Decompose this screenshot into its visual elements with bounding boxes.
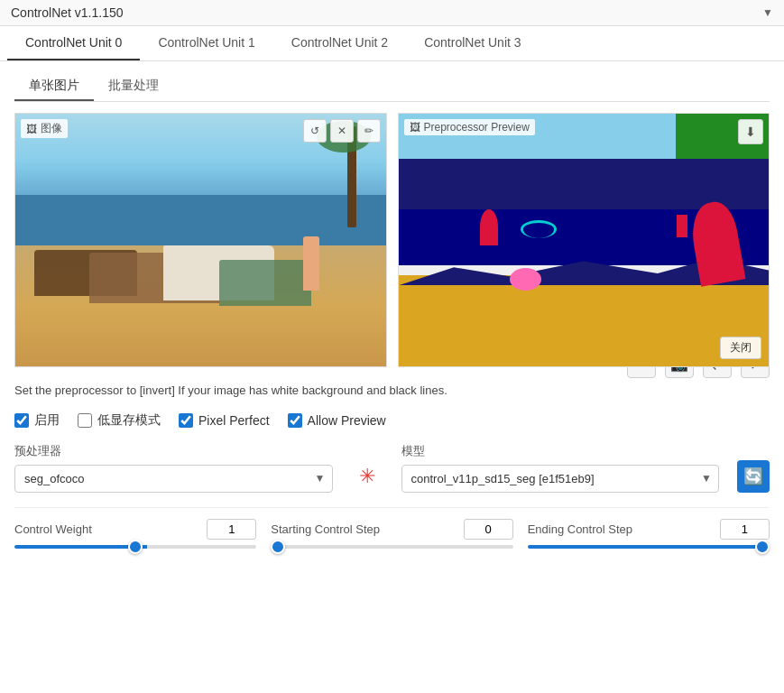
pixel-perfect-label[interactable]: Pixel Perfect [198, 413, 270, 428]
source-image-panel: 🖼 图像 ↺ ✕ ✏ [14, 113, 387, 367]
sliders-row: Control Weight Starting Control Step End… [14, 519, 770, 549]
images-row: 🖼 图像 ↺ ✕ ✏ [14, 113, 770, 367]
low-memory-label[interactable]: 低显存模式 [97, 412, 161, 429]
preprocessor-model-row: 预处理器 seg_ofcoco seg_ofade20k none ▼ ✳ 模型… [14, 443, 770, 493]
starting-step-label: Starting Control Step [271, 522, 380, 536]
preview-image-panel: 🖼 Preprocessor Preview ⬇ [398, 113, 770, 367]
preprocessor-select-wrapper: seg_ofcoco seg_ofade20k none ▼ [14, 465, 333, 493]
seg-teal [521, 220, 557, 238]
seg-figure1 [480, 209, 498, 245]
image-label-icon: 🖼 [26, 123, 37, 135]
control-weight-input[interactable] [207, 519, 256, 540]
sub-tabs: 单张图片 批量处理 [14, 72, 770, 102]
sea-area [15, 195, 386, 245]
pixel-perfect-checkbox[interactable] [179, 413, 193, 428]
close-image-button[interactable]: ✕ [330, 119, 354, 143]
tab-unit2[interactable]: ControlNet Unit 2 [273, 26, 406, 60]
header-bar: ControlNet v1.1.150 ▼ [0, 0, 784, 26]
allow-preview-checkbox-group: Allow Preview [288, 413, 386, 428]
checkboxes-row: 启用 低显存模式 Pixel Perfect Allow Preview [14, 412, 770, 429]
ending-step-slider[interactable] [528, 545, 770, 549]
ending-step-label: Ending Control Step [528, 522, 632, 536]
boat4 [219, 260, 312, 305]
sub-tab-batch[interactable]: 批量处理 [94, 72, 173, 101]
enable-label[interactable]: 启用 [34, 412, 60, 429]
reset-image-button[interactable]: ↺ [303, 119, 327, 143]
collapse-icon[interactable]: ▼ [762, 6, 773, 19]
source-image [15, 114, 386, 366]
starting-step-label-row: Starting Control Step [271, 519, 512, 540]
preprocessor-select[interactable]: seg_ofcoco seg_ofade20k none [14, 465, 333, 493]
header-title: ControlNet v1.1.150 [11, 5, 124, 20]
download-preview-button[interactable]: ⬇ [738, 119, 763, 144]
info-text: Set the preprocessor to [invert] If your… [14, 382, 447, 400]
model-select-wrapper: control_v11p_sd15_seg [e1f51eb9] ▼ [401, 465, 720, 493]
tab-unit3[interactable]: ControlNet Unit 3 [406, 26, 539, 60]
tab-unit1[interactable]: ControlNet Unit 1 [140, 26, 272, 60]
segmentation-preview [399, 114, 770, 366]
allow-preview-label[interactable]: Allow Preview [308, 413, 386, 428]
preview-label: 🖼 Preprocessor Preview [404, 119, 535, 135]
starting-step-slider[interactable] [271, 545, 512, 549]
control-weight-slider[interactable] [14, 545, 256, 549]
image-controls: ↺ ✕ ✏ [303, 119, 381, 143]
enable-checkbox[interactable] [14, 413, 29, 428]
image-label: 🖼 图像 [21, 119, 68, 138]
close-preview-button[interactable]: 关闭 [720, 337, 761, 359]
sub-tab-single[interactable]: 单张图片 [14, 72, 94, 101]
image-label-text: 图像 [41, 121, 62, 136]
enable-checkbox-group: 启用 [14, 412, 60, 429]
person [303, 236, 319, 291]
preview-label-text: Preprocessor Preview [424, 121, 530, 134]
low-memory-checkbox[interactable] [78, 413, 92, 428]
starting-step-input[interactable] [464, 519, 513, 540]
divider [14, 507, 770, 508]
edit-image-button[interactable]: ✏ [357, 119, 381, 143]
control-weight-label: Control Weight [14, 522, 92, 536]
control-weight-group: Control Weight [14, 519, 256, 549]
low-memory-checkbox-group: 低显存模式 [78, 412, 161, 429]
preprocessor-group: 预处理器 seg_ofcoco seg_ofade20k none ▼ [14, 443, 333, 493]
control-weight-label-row: Control Weight [14, 519, 256, 540]
main-tabs: ControlNet Unit 0 ControlNet Unit 1 Cont… [0, 26, 784, 61]
refresh-icon: 🔄 [743, 467, 763, 486]
refresh-button[interactable]: 🔄 [737, 460, 770, 493]
model-select[interactable]: control_v11p_sd15_seg [e1f51eb9] [401, 465, 720, 493]
preprocessor-label: 预处理器 [14, 443, 333, 459]
preview-label-icon: 🖼 [410, 121, 420, 134]
preview-controls: ⬇ [738, 119, 763, 144]
star-button[interactable]: ✳ [351, 460, 383, 493]
seg-figure3 [677, 215, 687, 237]
star-icon: ✳ [359, 465, 375, 488]
seg-sand [399, 275, 770, 366]
pixel-perfect-checkbox-group: Pixel Perfect [179, 413, 270, 428]
model-label: 模型 [401, 443, 720, 459]
ending-step-input[interactable] [720, 519, 770, 540]
ending-step-group: Ending Control Step [528, 519, 770, 549]
allow-preview-checkbox[interactable] [288, 413, 302, 428]
starting-step-group: Starting Control Step [271, 519, 512, 549]
ending-step-label-row: Ending Control Step [528, 519, 770, 540]
model-group: 模型 control_v11p_sd15_seg [e1f51eb9] ▼ [401, 443, 720, 493]
tab-unit0[interactable]: ControlNet Unit 0 [7, 26, 140, 60]
seg-pink [510, 268, 541, 291]
main-content: 单张图片 批量处理 🖼 图像 ↺ ✕ ✏ [0, 61, 784, 570]
info-row: Set the preprocessor to [invert] If your… [14, 382, 770, 412]
